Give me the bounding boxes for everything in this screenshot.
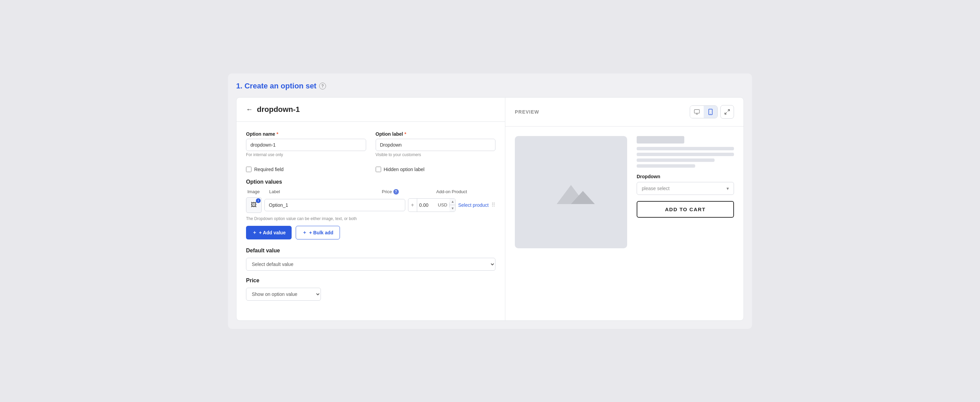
skeleton-line-2	[637, 153, 734, 156]
monitor-icon	[694, 109, 700, 115]
option-hint: The Dropdown option value can be either …	[246, 216, 495, 221]
add-value-icon: ＋	[252, 230, 257, 236]
required-star-2: *	[404, 131, 406, 137]
price-group: + USD ▲ ▼	[408, 198, 456, 212]
option-label-input[interactable]	[375, 139, 496, 151]
price-arrows: ▲ ▼	[450, 199, 455, 211]
option-row: 🖼 ! + USD ▲ ▼ Se	[246, 197, 495, 213]
price-info-icon[interactable]: ?	[393, 189, 399, 195]
option-values-title: Option values	[246, 179, 495, 185]
please-select-text: please select	[642, 186, 670, 191]
col-header-label: Label	[269, 189, 382, 194]
option-label-group: Option label * Visible to your customers	[375, 131, 496, 157]
preview-dropdown[interactable]: please select ▾	[637, 182, 734, 195]
option-name-hint: For internal use only	[246, 153, 366, 157]
image-badge: !	[256, 198, 261, 203]
mountain-svg	[547, 175, 595, 209]
checkboxes-row: Required field Hidden option label	[246, 164, 495, 172]
price-section-title: Price	[246, 278, 495, 284]
option-set-name: dropdown-1	[257, 105, 300, 114]
skeleton-line-4	[637, 164, 695, 168]
expand-button[interactable]	[721, 105, 734, 119]
preview-controls	[690, 105, 734, 119]
product-image-placeholder	[515, 136, 627, 248]
page-title: 1. Create an option set ?	[236, 82, 744, 91]
right-panel: PREVIEW	[505, 98, 743, 320]
mobile-icon	[708, 109, 713, 115]
required-field-group: Required field	[246, 164, 366, 172]
price-input[interactable]	[417, 202, 436, 208]
skeleton-line-1	[637, 147, 734, 150]
hidden-label-checkbox[interactable]	[375, 167, 381, 172]
svg-line-6	[725, 112, 727, 114]
desktop-view-btn[interactable]	[690, 106, 704, 118]
price-section: Price Show on option value	[246, 278, 495, 301]
hidden-label-label: Hidden option label	[384, 167, 425, 172]
preview-header: PREVIEW	[505, 98, 743, 127]
left-header: ← dropdown-1	[237, 98, 505, 122]
price-down-arrow[interactable]: ▼	[450, 205, 455, 211]
preview-dropdown-section: Dropdown please select ▾	[637, 174, 734, 195]
option-label-label: Option label *	[375, 131, 496, 137]
col-header-price: Price ?	[382, 189, 436, 195]
name-label-row: Option name * For internal use only Opti…	[246, 131, 495, 157]
col-header-image: Image	[247, 189, 269, 194]
default-value-title: Default value	[246, 248, 495, 254]
chevron-down-icon: ▾	[727, 186, 729, 191]
back-button[interactable]: ←	[246, 105, 253, 113]
required-star: *	[277, 131, 278, 137]
image-icon: 🖼	[251, 201, 257, 208]
required-field-label: Required field	[254, 167, 283, 172]
price-currency: USD	[436, 202, 450, 207]
preview-dropdown-label: Dropdown	[637, 174, 734, 179]
col-header-addon: Add-on Product	[436, 189, 484, 194]
product-details: Dropdown please select ▾ ADD TO CART	[637, 136, 734, 248]
option-name-label: Option name *	[246, 131, 366, 137]
image-upload-btn[interactable]: 🖼 !	[246, 197, 262, 213]
option-label-hint: Visible to your customers	[375, 153, 496, 157]
price-select[interactable]: Show on option value	[246, 288, 321, 301]
left-panel: ← dropdown-1 Option name * For internal …	[237, 98, 505, 320]
option-values-section: Option values Image Label Price ? Add-on…	[246, 179, 495, 240]
bulk-add-icon: ＋	[302, 230, 307, 236]
required-field-checkbox[interactable]	[246, 167, 251, 172]
option-name-group: Option name * For internal use only	[246, 131, 366, 157]
page-title-text: 1. Create an option set	[236, 82, 317, 91]
hidden-label-group: Hidden option label	[375, 164, 496, 172]
option-name-input[interactable]	[246, 139, 366, 151]
action-buttons-row: ＋ + Add value ＋ + Bulk add	[246, 226, 495, 240]
skeleton-title	[637, 136, 684, 143]
preview-content: Dropdown please select ▾ ADD TO CART	[505, 127, 743, 258]
default-value-section: Default value Select default value	[246, 248, 495, 271]
bulk-add-button[interactable]: ＋ + Bulk add	[296, 226, 340, 240]
add-value-button[interactable]: ＋ + Add value	[246, 226, 292, 240]
option-values-header: Image Label Price ? Add-on Product	[246, 189, 495, 195]
price-plus-sign: +	[408, 199, 417, 211]
svg-point-4	[710, 114, 711, 114]
svg-rect-0	[695, 110, 700, 113]
price-up-arrow[interactable]: ▲	[450, 199, 455, 205]
help-icon[interactable]: ?	[319, 83, 326, 89]
add-to-cart-button[interactable]: ADD TO CART	[637, 201, 734, 218]
add-value-label: + Add value	[259, 230, 285, 235]
view-toggle	[690, 105, 718, 118]
preview-label: PREVIEW	[515, 109, 539, 114]
default-value-select[interactable]: Select default value	[246, 258, 495, 271]
skeleton-line-3	[637, 159, 714, 162]
svg-line-5	[728, 110, 730, 111]
expand-icon	[724, 109, 730, 115]
option-label-value-input[interactable]	[264, 199, 405, 211]
select-product-link[interactable]: Select product	[458, 202, 489, 208]
mobile-view-btn[interactable]	[704, 106, 717, 118]
drag-handle[interactable]: ⠿	[492, 202, 495, 208]
bulk-add-label: + Bulk add	[309, 230, 333, 235]
